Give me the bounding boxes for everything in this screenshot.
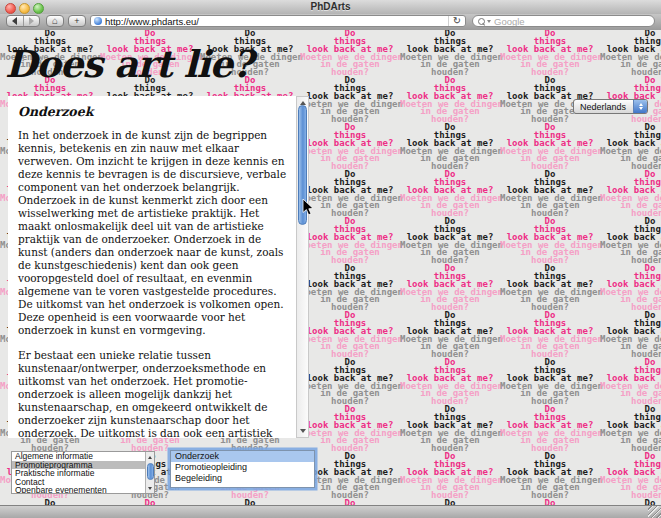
language-select-value: Nederlands — [574, 102, 633, 112]
nav-list-item[interactable]: Openbare evenementen — [12, 486, 145, 494]
panel-heading: Onderzoek — [18, 104, 288, 119]
nav-list-item[interactable]: Contact — [12, 478, 145, 487]
pattern-tile: Dothingslook back at me?Moeten we de din… — [400, 312, 500, 359]
pattern-tile: Dothingslook back at me?Moeten we de din… — [400, 406, 500, 453]
sub-list-item[interactable]: Onderzoek — [171, 451, 314, 462]
pattern-tile: Dothingslook back at me?Moeten we de din… — [500, 30, 600, 77]
panel-paragraph: In het onderzoek in de kunst zijn de beg… — [18, 129, 288, 337]
resize-grip[interactable] — [648, 506, 661, 518]
pattern-tile: Dothingslook back at me?Moeten we de din… — [600, 453, 661, 500]
pattern-tile: Dothingslook back at me?Moeten we de din… — [500, 453, 600, 500]
nav-listbox-scrollbar[interactable] — [145, 452, 154, 493]
pattern-tile: Dothingslook back at me?Moeten we de din… — [300, 406, 400, 453]
pattern-tile: Dothingslook back at me?Moeten we de din… — [300, 218, 400, 265]
nav-scroll-down-icon[interactable] — [146, 485, 154, 493]
panel-paragraph: Er bestaat een unieke relatie tussen kun… — [18, 349, 288, 438]
pattern-tile: Dothingslook back at me?Moeten we de din… — [600, 218, 661, 265]
pattern-tile: Dothingslook back at me?Moeten we de din… — [400, 77, 500, 124]
pattern-tile: Dothingslook back at me?Moeten we de din… — [300, 30, 400, 77]
pattern-tile: Dothingslook back at me?Moeten we de din… — [600, 265, 661, 312]
pattern-tile: Dothingslook back at me?Moeten we de din… — [400, 359, 500, 406]
content-panel: Onderzoek In het onderzoek in de kunst z… — [8, 96, 296, 438]
forward-button[interactable] — [24, 16, 40, 26]
globe-favicon-icon — [94, 17, 102, 25]
add-bookmark-button[interactable]: + — [68, 15, 86, 27]
pattern-tile: Dothingslook back at me?Moeten we de din… — [300, 265, 400, 312]
pattern-tile: Dothingslook back at me?Moeten we de din… — [400, 171, 500, 218]
page-title: Does art lie? — [5, 42, 253, 86]
pattern-tile: Dothingslook back at me?Moeten we de din… — [600, 30, 661, 77]
nav-scrollbar-thumb[interactable] — [147, 463, 154, 480]
pattern-tile: Dothingslook back at me?Moeten we de din… — [600, 171, 661, 218]
pattern-tile: Dothingslook back at me?Moeten we de din… — [500, 265, 600, 312]
pattern-tile: Dothingslook back at me?Moeten we de din… — [500, 406, 600, 453]
pattern-tile: Dothingslook back at me?Moeten we de din… — [500, 124, 600, 171]
pattern-tile: Dothingslook back at me?Moeten we de din… — [500, 312, 600, 359]
browser-toolbar: ⌂ + ↻ — [0, 14, 661, 31]
back-arrow-icon — [12, 17, 17, 25]
pattern-tile: Dothingslook back at me?Moeten we de din… — [300, 359, 400, 406]
sub-listbox: OnderzoekPromotieopleidingBegeleiding — [170, 450, 315, 488]
sub-list-item[interactable]: Begeleiding — [171, 473, 314, 484]
plus-icon: + — [74, 16, 79, 26]
home-button[interactable]: ⌂ — [46, 15, 64, 27]
pattern-tile: Dothingslook back at me?Moeten we de din… — [400, 218, 500, 265]
scrollbar-thumb[interactable] — [298, 105, 307, 225]
search-input[interactable] — [491, 16, 654, 26]
pattern-tile: Dothingslook back at me?Moeten we de din… — [300, 124, 400, 171]
pattern-tile: Dothingslook back at me?Moeten we de din… — [600, 359, 661, 406]
popup-stepper-icon — [633, 100, 647, 113]
nav-listbox: Algemene informatiePromotieprogrammaPrak… — [11, 451, 155, 494]
pattern-tile: Dothingslook back at me?Moeten we de din… — [400, 453, 500, 500]
browser-window: PhDArts ⌂ + ↻ Dothingslook back at me?Mo… — [0, 0, 661, 518]
home-icon: ⌂ — [52, 16, 58, 26]
panel-scrollbar[interactable] — [296, 96, 309, 438]
pattern-tile: Dothingslook back at me?Moeten we de din… — [300, 312, 400, 359]
sub-list-item[interactable]: Promotieopleiding — [171, 462, 314, 473]
pattern-tile: Dothingslook back at me?Moeten we de din… — [300, 77, 400, 124]
scroll-down-arrow-icon[interactable] — [297, 428, 308, 437]
nav-list-item[interactable]: Algemene informatie — [12, 452, 145, 461]
pattern-tile: Dothingslook back at me?Moeten we de din… — [600, 124, 661, 171]
pattern-tile: Dothingslook back at me?Moeten we de din… — [600, 406, 661, 453]
refresh-icon[interactable]: ↻ — [448, 16, 465, 26]
panel-paragraphs: In het onderzoek in de kunst zijn de beg… — [18, 129, 288, 438]
pattern-tile: Dothingslook back at me?Moeten we de din… — [600, 312, 661, 359]
pattern-tile: Dothingslook back at me?Moeten we de din… — [400, 124, 500, 171]
window-titlebar: PhDArts — [0, 0, 661, 15]
url-input[interactable] — [105, 16, 448, 26]
search-bar — [472, 15, 655, 27]
nav-list-item[interactable]: Promotieprogramma — [12, 461, 145, 470]
address-bar: ↻ — [90, 15, 466, 27]
language-select[interactable]: Nederlands — [573, 99, 648, 114]
page-content: Dothingslook back at me?Moeten we de din… — [0, 30, 661, 505]
forward-arrow-icon — [29, 17, 34, 25]
window-title: PhDArts — [0, 1, 661, 12]
search-magnifier-icon — [478, 18, 485, 25]
back-button[interactable] — [7, 16, 24, 26]
nav-scroll-up-icon[interactable] — [146, 452, 154, 460]
nav-list-item[interactable]: Praktische informatie — [12, 469, 145, 478]
pattern-tile: Dothingslook back at me?Moeten we de din… — [400, 265, 500, 312]
pattern-tile: Dothingslook back at me?Moeten we de din… — [500, 359, 600, 406]
history-capsule — [6, 15, 40, 27]
nav-listbox-rows: Algemene informatiePromotieprogrammaPrak… — [12, 452, 145, 493]
pattern-tile: Dothingslook back at me?Moeten we de din… — [400, 30, 500, 77]
status-bar — [0, 505, 661, 518]
pattern-tile: Dothingslook back at me?Moeten we de din… — [500, 218, 600, 265]
pattern-tile: Dothingslook back at me?Moeten we de din… — [300, 171, 400, 218]
pattern-tile: Dothingslook back at me?Moeten we de din… — [500, 171, 600, 218]
pattern-tile: Dothingslook back at me?Moeten we de din… — [300, 453, 400, 500]
